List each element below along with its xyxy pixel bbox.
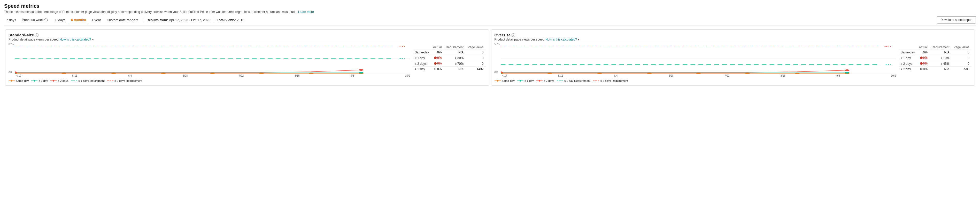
standard-row-gt2day-actual: 100% <box>431 67 444 72</box>
standard-th-requirement: Requirement <box>444 45 466 50</box>
filter-7days[interactable]: 7 days <box>4 17 18 23</box>
filter-30days[interactable]: 30 days <box>51 17 67 23</box>
svg-text:70: 70 <box>398 45 405 48</box>
oversize-row-sameday-req: N/A <box>930 50 951 55</box>
filter-6months[interactable]: 6 months <box>69 17 88 23</box>
oversize-row-gt2day-actual: 100% <box>917 67 930 72</box>
svg-point-35 <box>845 72 849 73</box>
oversize-th-requirement: Requirement <box>930 45 951 50</box>
standard-row-1day-req: ≥ 30% <box>444 55 466 61</box>
table-row: ≤ 1 day 0% ≥ 30% 0 <box>413 55 485 61</box>
standard-how-calculated-link[interactable]: How is this calculated? <box>59 38 91 41</box>
oversize-chart-svg: 45 10 <box>501 43 896 74</box>
svg-text:30: 30 <box>398 57 405 60</box>
learn-more-link[interactable]: Learn more <box>298 10 314 14</box>
oversize-row-gt2day-pv: 583 <box>951 67 972 72</box>
standard-row-1day-label: ≤ 1 day <box>413 55 431 61</box>
standard-th-pageviews: Page views <box>466 45 485 50</box>
standard-2days-error-dot <box>434 62 437 65</box>
standard-x-labels: 4/17 5/11 6/4 6/28 7/22 8/15 9/8 10/2 <box>8 74 410 77</box>
standard-legend: Same-day ≤ 1 day ≤ 2 days <box>8 79 410 82</box>
oversize-1day-error-dot <box>920 57 923 59</box>
oversize-legend-2days: ≤ 2 days <box>536 79 554 82</box>
oversize-row-2days-pv: 0 <box>951 61 972 67</box>
legend-2days: ≤ 2 days <box>50 79 68 82</box>
oversize-row-1day-pv: 0 <box>951 55 972 61</box>
standard-info-icon[interactable]: i <box>35 33 38 37</box>
standard-row-2days-label: ≤ 2 days <box>413 61 431 67</box>
legend-2days-req: ≤ 2 days Requirement <box>107 79 142 82</box>
svg-text:45: 45 <box>884 45 891 48</box>
oversize-row-gt2day-label: > 2 day <box>899 67 917 72</box>
table-row: ≤ 1 day 0% ≥ 10% 0 <box>899 55 972 61</box>
page-container: Speed metrics These metrics measure the … <box>0 0 980 90</box>
oversize-row-1day-label: ≤ 1 day <box>899 55 917 61</box>
standard-data-table-section: Actual Requirement Page views Same-day 0… <box>413 43 485 82</box>
panels-container: Standard-size i Product detail page view… <box>4 29 976 87</box>
standard-y-bottom: 0% <box>8 71 14 74</box>
standard-chart-section: 80% 0% 70 <box>8 43 410 82</box>
oversize-th-pageviews: Page views <box>951 45 972 50</box>
standard-chart-label: Product detail page views per speed How … <box>8 38 486 41</box>
oversize-row-1day-req: ≥ 10% <box>930 55 951 61</box>
standard-1day-error-dot <box>434 57 437 59</box>
filter-prev-week[interactable]: Previous week ⓘ <box>20 16 50 23</box>
oversize-row-sameday-pv: 0 <box>951 50 972 55</box>
standard-chevron-icon: ▾ <box>92 38 94 41</box>
oversize-row-2days-label: ≤ 2 days <box>899 61 917 67</box>
standard-row-sameday-actual: 0% <box>431 50 444 55</box>
oversize-chevron-icon: ▾ <box>578 38 579 41</box>
svg-point-16 <box>359 72 363 73</box>
standard-row-sameday-req: N/A <box>444 50 466 55</box>
oversize-row-2days-req: ≥ 45% <box>930 61 951 67</box>
oversize-row-sameday-actual: 0% <box>917 50 930 55</box>
oversize-th-label <box>899 45 917 50</box>
table-row: Same-day 0% N/A 0 <box>899 50 972 55</box>
filter-1year[interactable]: 1 year <box>90 17 103 23</box>
oversize-panel: Oversize i Product detail page views per… <box>491 29 975 86</box>
svg-point-37 <box>845 70 849 71</box>
download-speed-report-button[interactable]: Download speed report <box>937 16 976 24</box>
results-info: Results from: Apr 17, 2023 - Oct 17, 202… <box>146 18 210 22</box>
standard-row-1day-actual: 0% <box>431 55 444 61</box>
oversize-y-top: 50% <box>495 43 500 46</box>
oversize-row-2days-actual: 0% <box>917 61 930 67</box>
filter-custom-range[interactable]: Custom date range ▾ <box>105 17 140 23</box>
table-row: > 2 day 100% N/A 583 <box>899 67 972 72</box>
oversize-legend-2days-req: ≤ 2 days Requirement <box>593 79 628 82</box>
standard-size-panel: Standard-size i Product detail page view… <box>5 29 489 86</box>
oversize-x-labels: 4/17 5/11 6/4 6/28 7/22 8/15 9/8 10/2 <box>495 74 896 77</box>
toolbar: 7 days Previous week ⓘ 30 days 6 months … <box>4 16 976 26</box>
standard-row-2days-actual: 0% <box>431 61 444 67</box>
total-views-info: Total views: 2015 <box>217 18 244 22</box>
table-row: ≤ 2 days 0% ≥ 70% 0 <box>413 61 485 67</box>
svg-point-18 <box>359 69 363 71</box>
oversize-panel-inner: 50% 0% 45 <box>495 43 972 82</box>
table-row: Same-day 0% N/A 0 <box>413 50 485 55</box>
page-title: Speed metrics <box>4 3 976 9</box>
standard-row-sameday-pv: 0 <box>466 50 485 55</box>
standard-row-sameday-label: Same-day <box>413 50 431 55</box>
table-row: ≤ 2 days 0% ≥ 45% 0 <box>899 61 972 67</box>
standard-row-2days-pv: 0 <box>466 61 485 67</box>
oversize-chart-label: Product detail page views per speed How … <box>495 38 972 41</box>
standard-y-top: 80% <box>8 43 14 46</box>
standard-1day-error-badge: 0% <box>434 56 442 60</box>
standard-row-1day-pv: 0 <box>466 55 485 61</box>
oversize-row-1day-actual: 0% <box>917 55 930 61</box>
standard-data-table: Actual Requirement Page views Same-day 0… <box>413 45 485 72</box>
legend-same-day: Same-day <box>8 79 29 82</box>
oversize-chart-section: 50% 0% 45 <box>495 43 896 82</box>
page-subtitle: These metrics measure the percentage of … <box>4 10 976 14</box>
oversize-row-sameday-label: Same-day <box>899 50 917 55</box>
oversize-1day-error-badge: 0% <box>920 56 928 60</box>
legend-1day-req: ≤ 1 day Requirement <box>71 79 105 82</box>
oversize-how-calculated-link[interactable]: How is this calculated? <box>546 38 577 41</box>
oversize-legend-1day: ≤ 1 day <box>517 79 534 82</box>
standard-th-label <box>413 45 431 50</box>
standard-row-gt2day-label: > 2 day <box>413 67 431 72</box>
oversize-legend-same-day: Same-day <box>495 79 515 82</box>
svg-text:10: 10 <box>884 64 891 66</box>
standard-panel-inner: 80% 0% 70 <box>8 43 486 82</box>
oversize-info-icon[interactable]: i <box>512 33 515 37</box>
